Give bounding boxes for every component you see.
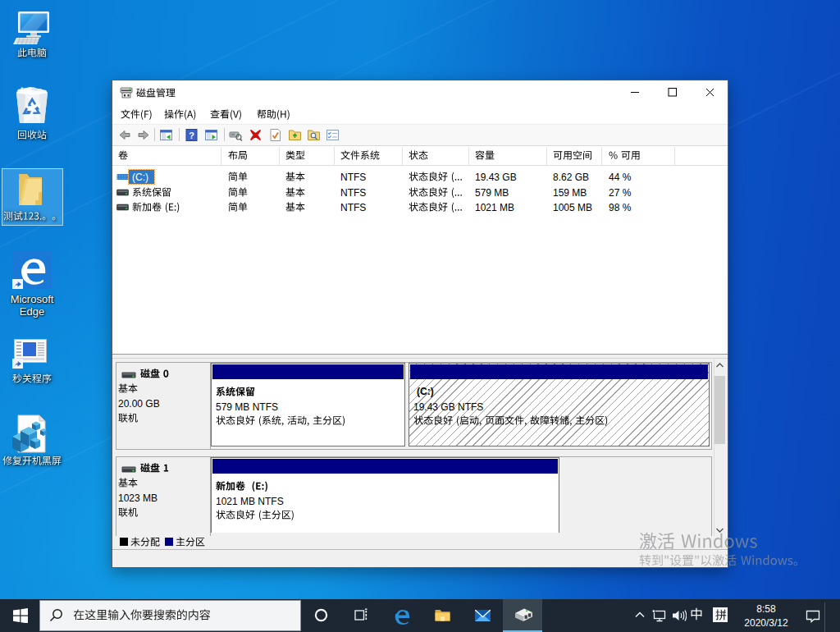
svg-text:?: ? [189, 131, 194, 140]
